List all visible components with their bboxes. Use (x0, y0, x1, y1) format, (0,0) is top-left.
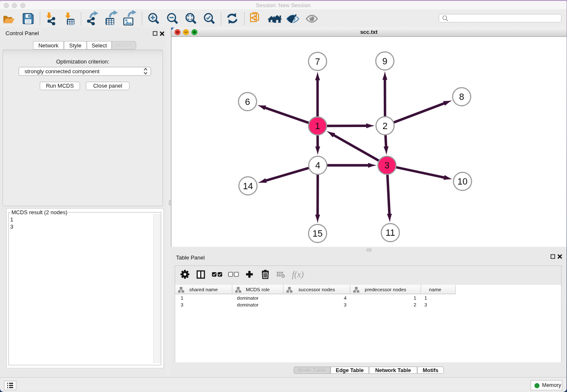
svg-text:1: 1 (315, 121, 320, 131)
svg-text:14: 14 (243, 181, 253, 191)
svg-text:7: 7 (315, 57, 320, 67)
svg-text:f(x): f(x) (292, 270, 304, 279)
svg-text:15: 15 (313, 229, 323, 239)
svg-text:4: 4 (315, 160, 320, 171)
svg-text:8: 8 (459, 92, 464, 102)
svg-text:10: 10 (457, 177, 468, 187)
svg-text:9: 9 (383, 56, 388, 66)
svg-text:3: 3 (385, 160, 390, 171)
svg-text:2: 2 (383, 121, 388, 131)
svg-text:11: 11 (385, 228, 395, 238)
svg-text:6: 6 (245, 97, 250, 107)
